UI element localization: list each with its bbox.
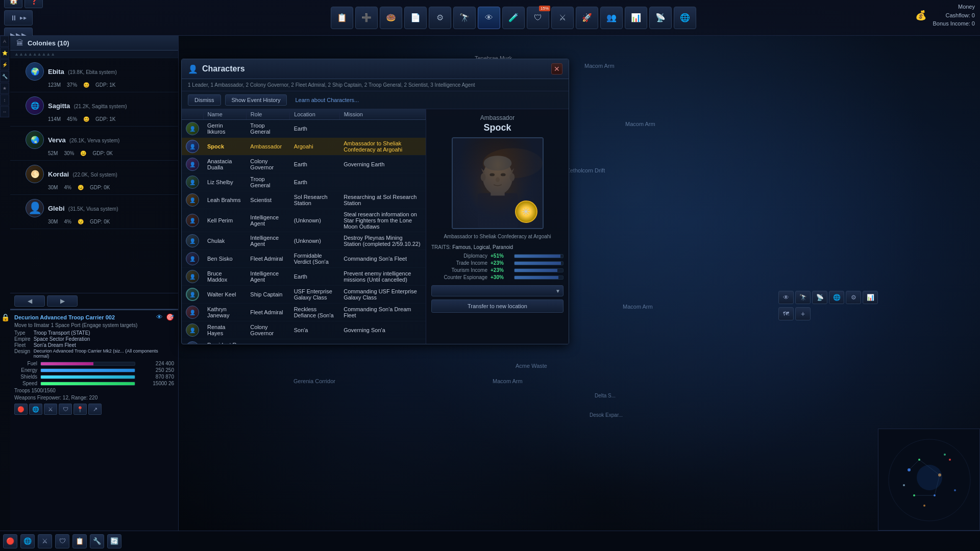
nav-btn-2[interactable]: ➕ xyxy=(355,7,378,29)
colony-item-sagitta[interactable]: 🌐 Sagitta (21.2K, Sagitta system) 114M 4… xyxy=(10,92,178,127)
char-description: Ambassador to Sheliak Confederacy at Arg… xyxy=(431,233,564,240)
bottom-icon-7[interactable]: 🔄 xyxy=(107,534,121,548)
pause-btn[interactable]: ⏸ ▶▶ xyxy=(4,10,33,26)
char-row-spock[interactable]: 👤 Spock Ambassador Argoahi Ambassador to… xyxy=(182,138,426,156)
right-icon-btn-7[interactable]: 🗺 xyxy=(778,307,794,320)
ship-action-1[interactable]: 🔴 xyxy=(14,404,28,415)
nav-btn-11[interactable]: 🚀 xyxy=(576,7,598,29)
right-icon-btn-3[interactable]: 📡 xyxy=(812,291,827,304)
ship-target-icon[interactable]: 🎯 xyxy=(166,313,174,321)
right-icon-btn-5[interactable]: ⚙ xyxy=(846,291,861,304)
bottom-icon-5[interactable]: 📋 xyxy=(72,534,87,548)
char-row-bruce[interactable]: 👤 Bruce Maddox Intelligence Agent Earth … xyxy=(182,268,426,286)
char-portrait: ✳ xyxy=(452,137,544,229)
home-icon-btn[interactable]: 🏠 xyxy=(4,0,22,8)
char-row-bensisko[interactable]: 👤 Ben Sisko Fleet Admiral Formidable Ver… xyxy=(182,250,426,268)
trade-value: +23% xyxy=(491,260,511,266)
char-row-gerrin[interactable]: 👤 Gerrin Ikkuros Troop General Earth xyxy=(182,120,426,138)
colony-name-kordai: Kordai xyxy=(48,170,69,178)
transfer-select[interactable] xyxy=(431,285,564,296)
left-nav-icon-5[interactable]: ★ xyxy=(0,83,9,94)
nav-prev-btn[interactable]: ◀ xyxy=(14,295,45,307)
ship-action-6[interactable]: ↗ xyxy=(88,404,102,415)
left-nav-icon-2[interactable]: ⭐ xyxy=(0,47,9,59)
colony-avatar-ebita: 🌍 xyxy=(26,62,44,81)
left-nav-icon-3[interactable]: ⚡ xyxy=(0,59,9,70)
nav-btn-5[interactable]: ⚙ xyxy=(429,7,451,29)
bottom-icon-6[interactable]: 🔧 xyxy=(90,534,104,548)
diplomacy-value: +51% xyxy=(491,253,511,259)
char-name-president: President Ra Ghoratreil xyxy=(203,339,246,344)
char-row-walter[interactable]: 👤 Walter Keel Ship Captain USF Enterpris… xyxy=(182,286,426,304)
nav-btn-1[interactable]: 📋 xyxy=(331,7,353,29)
colony-item-glebi[interactable]: 👤 Glebi (31.5K, Viusa system) 30M 4% 😟 G… xyxy=(10,195,178,229)
help-icon-btn[interactable]: ❓ xyxy=(24,0,43,8)
char-detail-role: Ambassador xyxy=(431,114,564,121)
char-row-anastacia[interactable]: 👤 Anastacia Dualla Colony Governor Earth… xyxy=(182,156,426,173)
char-row-renata[interactable]: 👤 Renata Hayes Colony Governor Son'a Gov… xyxy=(182,321,426,339)
dismiss-btn[interactable]: Dismiss xyxy=(188,94,221,106)
left-nav-icon-7[interactable]: ↔ xyxy=(0,106,9,117)
nav-btn-8[interactable]: 🧪 xyxy=(502,7,525,29)
bottom-icon-4[interactable]: 🛡 xyxy=(55,534,69,548)
nav-btn-15[interactable]: 🌐 xyxy=(674,7,696,29)
right-icon-btn-8[interactable]: + xyxy=(795,307,811,320)
learn-link[interactable]: Learn about Characters... xyxy=(295,97,359,103)
left-nav-icon-1[interactable]: A xyxy=(0,36,9,47)
left-nav-icon-4[interactable]: 🔧 xyxy=(0,71,9,82)
ship-action-5[interactable]: 📍 xyxy=(74,404,87,415)
ship-action-2[interactable]: 🌐 xyxy=(29,404,42,415)
char-row-liz[interactable]: 👤 Liz Shelby Troop General Earth xyxy=(182,173,426,191)
dialog-subtitle: 1 Leader, 1 Ambassador, 2 Colony Governo… xyxy=(182,79,569,91)
char-row-leah[interactable]: 👤 Leah Brahms Scientist Sol Research Sta… xyxy=(182,191,426,209)
nav-btn-4[interactable]: 📄 xyxy=(404,7,427,29)
char-row-chulak[interactable]: 👤 Chulak Intelligence Agent (Unknown) De… xyxy=(182,232,426,250)
colony-item-ebita[interactable]: 🌍 Ebita (19.8K, Ebita system) 123M 37% 😊… xyxy=(10,58,178,92)
colony-stats-kordai: 30M 4% 😐 GDP: 0K xyxy=(26,185,174,190)
colony-item-kordai[interactable]: 🌕 Kordai (22.0K, Sol system) 30M 4% 😐 GD… xyxy=(10,161,178,195)
troops-info: Troops 1500/1560 xyxy=(14,388,174,393)
ship-action-4[interactable]: 🛡 xyxy=(59,404,72,415)
nav-btn-13[interactable]: 📊 xyxy=(625,7,647,29)
char-location-bruce: Earth xyxy=(290,268,340,286)
colony-name-glebi: Glebi xyxy=(48,205,65,212)
right-icon-btn-6[interactable]: 📊 xyxy=(863,291,878,304)
char-row-president[interactable]: 👤 President Ra Ghoratreil Leader Earth R… xyxy=(182,339,426,344)
top-center-nav: 📋 ➕ 🍩 📄 ⚙ 🔭 👁 🧪 🛡 15% ⚔ 🚀 👥 📊 📡 🌐 xyxy=(47,7,980,29)
char-role-president: Leader xyxy=(246,339,289,344)
bottom-icon-3[interactable]: ⚔ xyxy=(38,534,52,548)
stat-row-tourism: Tourism Income +23% xyxy=(431,267,564,273)
nav-btn-3[interactable]: 🍩 xyxy=(380,7,402,29)
nav-next-btn[interactable]: ▶ xyxy=(47,295,78,307)
colonies-title: Colonies (10) xyxy=(28,39,69,47)
char-name-renata: Renata Hayes xyxy=(203,321,246,339)
right-icon-btn-4[interactable]: 🌐 xyxy=(829,291,844,304)
stat-row-trade: Trade Income +23% xyxy=(431,260,564,266)
nav-btn-14[interactable]: 📡 xyxy=(649,7,672,29)
nav-btn-6[interactable]: 🔭 xyxy=(453,7,476,29)
char-row-kathryn[interactable]: 👤 Kathryn Janeway Fleet Admiral Reckless… xyxy=(182,304,426,321)
colony-item-verva[interactable]: 🌏 Verva (26.1K, Verva system) 52M 30% 😐 … xyxy=(10,127,178,161)
dialog-close-btn[interactable]: ✕ xyxy=(551,63,562,74)
nav-btn-10[interactable]: ⚔ xyxy=(551,7,574,29)
nav-btn-12[interactable]: 👥 xyxy=(600,7,623,29)
right-icon-btn-2[interactable]: 🔭 xyxy=(795,291,811,304)
ship-action-3[interactable]: ⚔ xyxy=(44,404,57,415)
left-nav-icon-6[interactable]: ↕ xyxy=(0,94,9,106)
fuel-label: Fuel xyxy=(14,361,37,366)
char-mission-president: Ruling from Earth xyxy=(339,339,425,344)
dialog-action-bar: Dismiss Show Event History Learn about C… xyxy=(182,91,569,109)
nav-btn-7[interactable]: 👁 xyxy=(478,7,500,29)
right-icon-btn-1[interactable]: 👁 xyxy=(778,291,794,304)
transfer-to-location-btn[interactable]: Transfer to new location xyxy=(431,299,564,313)
bottom-icon-2[interactable]: 🌐 xyxy=(20,534,35,548)
dialog-header-icon: 👤 xyxy=(188,64,198,74)
char-avatar-liz: 👤 xyxy=(186,176,199,189)
char-row-kell[interactable]: 👤 Kell Perim Intelligence Agent (Unknown… xyxy=(182,209,426,232)
char-avatar-president: 👤 xyxy=(186,341,199,344)
ship-view-icon[interactable]: 👁 xyxy=(156,313,163,321)
show-event-history-btn[interactable]: Show Event History xyxy=(225,94,287,106)
bottom-icon-1[interactable]: 🔴 xyxy=(3,534,17,548)
colony-pop-glebi: 30M xyxy=(48,219,58,224)
char-name-kathryn: Kathryn Janeway xyxy=(203,304,246,321)
